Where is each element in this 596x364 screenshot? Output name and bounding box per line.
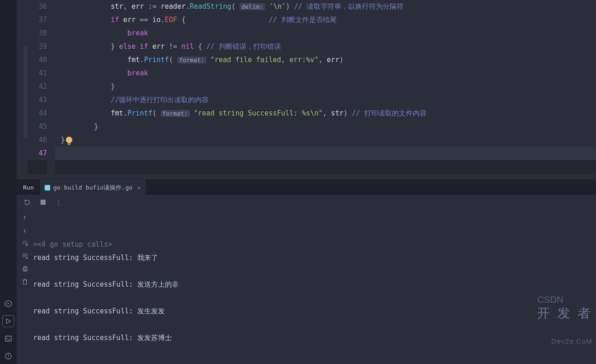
code-editor[interactable]: 363738394041424344454647 str, err := rea…: [17, 0, 596, 179]
scroll-to-end-icon[interactable]: [21, 252, 29, 260]
svg-rect-3: [6, 336, 12, 341]
watermark-small: CSDN: [537, 295, 563, 305]
code-line[interactable]: }: [55, 133, 596, 147]
code-line[interactable]: if err == io.EOF { // 判断文件是否结尾: [55, 13, 596, 27]
line-number: 46: [28, 133, 47, 147]
svg-rect-9: [24, 270, 26, 272]
services-icon[interactable]: [2, 298, 14, 310]
watermark-big: 开 发 者: [537, 306, 592, 320]
console-output[interactable]: ><4 go setup calls>read string SuccessFu…: [33, 210, 596, 364]
print-icon[interactable]: [21, 265, 29, 273]
editor-minimap[interactable]: [17, 0, 28, 179]
line-number: 36: [28, 0, 47, 13]
code-line[interactable]: //循环中逐行打印出读取的内容: [55, 93, 596, 107]
code-line[interactable]: } else if err != nil { // 判断错误，打印错误: [55, 40, 596, 53]
code-line[interactable]: fmt.Printf( format: "read string Success…: [55, 107, 596, 120]
line-number: 45: [28, 120, 47, 133]
code-line[interactable]: [55, 147, 596, 160]
code-line[interactable]: }: [55, 120, 596, 133]
run-body: ↑ ↓ ><4 go setup calls: [17, 210, 596, 364]
line-number-gutter: 363738394041424344454647: [28, 0, 55, 179]
watermark: CSDN 开 发 者 DevZe.CoM: [507, 280, 592, 361]
line-number: 42: [28, 80, 47, 93]
run-tool-icon[interactable]: [2, 315, 14, 327]
console-line: ><4 go setup calls>: [33, 238, 596, 251]
rerun-icon[interactable]: [23, 198, 31, 207]
terminal-icon[interactable]: [2, 333, 14, 345]
code-line[interactable]: fmt.Printf( format: "read file failed, e…: [55, 53, 596, 67]
left-tool-strip: [0, 0, 17, 364]
line-number: 38: [28, 27, 47, 40]
line-number: 41: [28, 67, 47, 80]
run-toolbar: ⋮: [17, 195, 596, 210]
code-area[interactable]: str, err := reader.ReadString( delim: '\…: [55, 0, 596, 179]
code-line[interactable]: str, err := reader.ReadString( delim: '\…: [55, 0, 596, 13]
line-number: 43: [28, 93, 47, 107]
up-icon[interactable]: ↑: [21, 213, 29, 221]
line-number: 44: [28, 107, 47, 120]
line-number: 37: [28, 13, 47, 27]
go-icon: [45, 185, 50, 191]
run-tab-title: go build bufio读操作.go: [53, 184, 132, 192]
svg-marker-1: [7, 303, 10, 305]
console-line: read string SuccessFull: 我来了: [33, 251, 596, 265]
ide-root: 363738394041424344454647 str, err := rea…: [0, 0, 596, 364]
line-number: 47: [28, 147, 47, 160]
code-line[interactable]: break: [55, 27, 596, 40]
problems-icon[interactable]: [2, 350, 14, 362]
svg-marker-2: [6, 319, 11, 324]
run-config-tab[interactable]: go build bufio读操作.go ×: [40, 180, 146, 195]
watermark-sub: DevZe.CoM: [551, 335, 592, 348]
svg-rect-8: [24, 266, 26, 268]
more-icon[interactable]: ⋮: [54, 198, 63, 207]
code-line[interactable]: }: [55, 80, 596, 93]
line-number: 40: [28, 53, 47, 67]
console-line: [33, 265, 596, 278]
close-icon[interactable]: ×: [137, 184, 141, 191]
run-panel-label[interactable]: Run: [17, 184, 40, 191]
trash-icon[interactable]: [21, 277, 29, 286]
main-area: 363738394041424344454647 str, err := rea…: [17, 0, 596, 364]
run-panel-tabs: Run go build bufio读操作.go ×: [17, 180, 596, 195]
soft-wrap-icon[interactable]: [21, 239, 29, 247]
svg-point-6: [8, 358, 8, 358]
stop-icon[interactable]: [39, 198, 47, 207]
code-line[interactable]: break: [55, 67, 596, 80]
run-side-toolbar: ↑ ↓: [17, 210, 33, 364]
run-panel: Run go build bufio读操作.go × ⋮ ↑ ↓: [17, 179, 596, 364]
line-number: 39: [28, 40, 47, 53]
down-icon[interactable]: ↓: [21, 226, 29, 234]
